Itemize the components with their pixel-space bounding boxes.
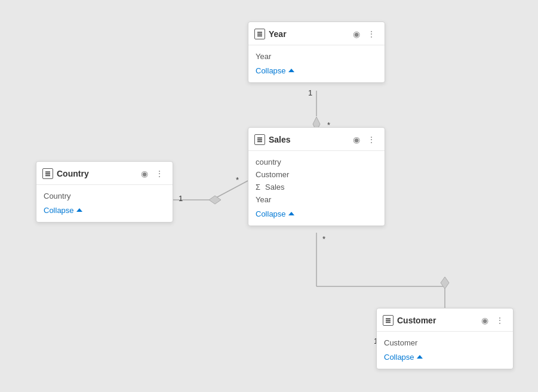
customer-chevron-up-icon [417, 355, 423, 359]
country-field-country: Country [44, 190, 165, 202]
sales-table-icon [254, 134, 265, 145]
country-visibility-icon[interactable]: ◉ [139, 168, 150, 180]
customer-field-label: Customer [384, 338, 417, 347]
year-card-body: Year Collapse [248, 45, 385, 82]
customer-card: Customer ◉ ⋮ Customer Collapse [376, 308, 514, 369]
customer-collapse-label: Collapse [384, 353, 414, 362]
country-more-icon[interactable]: ⋮ [153, 168, 165, 180]
country-chevron-up-icon [76, 208, 82, 212]
sales-year-label: Year [256, 195, 271, 204]
customer-card-title: Customer [397, 316, 476, 325]
svg-marker-10 [441, 277, 449, 289]
customer-collapse-button[interactable]: Collapse [384, 349, 506, 366]
sales-field-year: Year [256, 193, 377, 206]
year-chevron-up-icon [288, 69, 294, 72]
sales-more-icon[interactable]: ⋮ [365, 134, 377, 146]
sales-sales-label: Sales [265, 183, 285, 192]
sales-sigma-icon: Σ [256, 183, 260, 192]
diagram-canvas: 1 * 1 * 1 * Year ◉ ⋮ Year Collapse Count… [0, 0, 538, 392]
sales-card-header: Sales ◉ ⋮ [248, 128, 385, 151]
country-sales-one-label: 1 [179, 194, 183, 203]
country-sales-many-label: * [236, 175, 239, 184]
country-collapse-label: Collapse [44, 206, 74, 215]
year-more-icon[interactable]: ⋮ [365, 28, 377, 40]
year-card: Year ◉ ⋮ Year Collapse [248, 21, 385, 83]
customer-table-icon [383, 315, 393, 326]
sales-card-body: country Customer Σ Sales Year Collapse [248, 151, 385, 226]
customer-card-header: Customer ◉ ⋮ [377, 308, 513, 332]
year-visibility-icon[interactable]: ◉ [351, 28, 362, 40]
customer-card-body: Customer Collapse [377, 332, 513, 369]
sales-card: Sales ◉ ⋮ country Customer Σ Sales Year … [248, 127, 385, 226]
sales-country-label: country [256, 158, 281, 166]
year-card-header: Year ◉ ⋮ [248, 22, 385, 45]
country-table-icon [42, 168, 53, 179]
sales-chevron-up-icon [288, 212, 294, 215]
sales-collapse-button[interactable]: Collapse [256, 206, 377, 223]
country-collapse-button[interactable]: Collapse [44, 202, 165, 220]
year-field-year: Year [256, 50, 377, 63]
sales-customer-label: Customer [256, 170, 289, 179]
country-card: Country ◉ ⋮ Country Collapse [36, 161, 173, 223]
country-field-label: Country [44, 192, 71, 200]
customer-field-customer: Customer [384, 337, 506, 349]
year-collapse-button[interactable]: Collapse [256, 63, 377, 80]
sales-card-title: Sales [269, 135, 348, 144]
year-card-title: Year [269, 29, 348, 39]
year-sales-one-label: 1 [308, 88, 312, 97]
sales-collapse-label: Collapse [256, 209, 286, 218]
year-field-label: Year [256, 52, 271, 61]
sales-field-customer: Customer [256, 168, 377, 181]
country-card-header: Country ◉ ⋮ [36, 162, 173, 185]
country-card-title: Country [57, 169, 136, 178]
svg-line-4 [212, 181, 248, 200]
customer-sales-many-label: * [322, 234, 325, 243]
customer-more-icon[interactable]: ⋮ [494, 314, 506, 326]
sales-field-country: country [256, 156, 377, 168]
svg-marker-6 [209, 196, 221, 204]
sales-visibility-icon[interactable]: ◉ [351, 134, 362, 146]
sales-field-sales: Σ Sales [256, 181, 377, 193]
country-card-body: Country Collapse [36, 185, 173, 222]
year-table-icon [254, 29, 265, 39]
customer-visibility-icon[interactable]: ◉ [479, 314, 490, 326]
year-collapse-label: Collapse [256, 66, 286, 75]
